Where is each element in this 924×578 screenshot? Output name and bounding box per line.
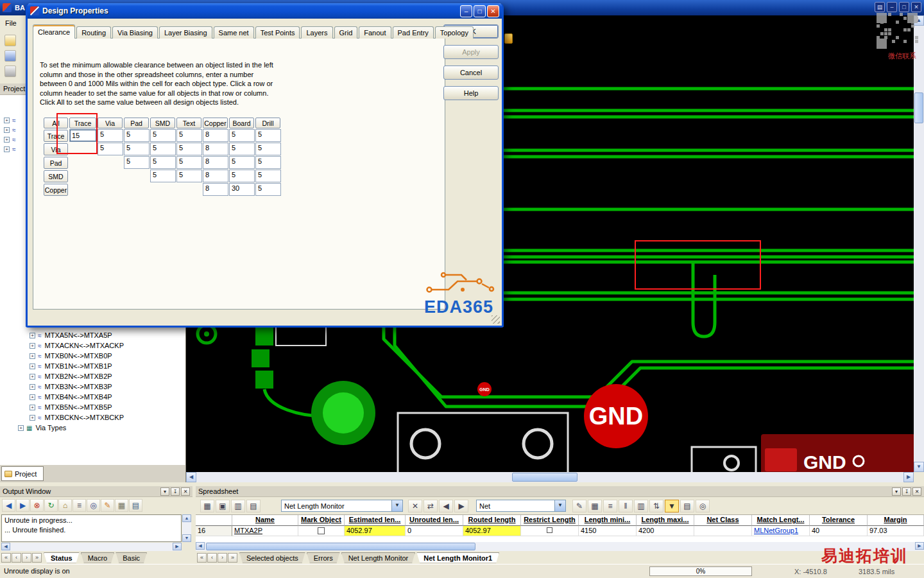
- monitor-combo[interactable]: Net Length Monitor ▼: [281, 500, 403, 512]
- output-horizontal-scrollbar[interactable]: ◀ ▶: [1, 543, 182, 551]
- sheet-icon[interactable]: ▦: [200, 500, 214, 512]
- scroll-left-icon[interactable]: ◀: [1, 543, 10, 550]
- expand-icon[interactable]: +: [30, 384, 35, 390]
- matrix-row-header-pad[interactable]: Pad: [44, 157, 68, 169]
- tree-item[interactable]: +≈MTXB5N<->MTXB5P: [0, 402, 186, 412]
- find-icon[interactable]: ◎: [87, 499, 100, 512]
- dialog-minimize-button[interactable]: –: [460, 5, 472, 17]
- scroll-right-icon[interactable]: ▶: [173, 543, 182, 550]
- output-text[interactable]: Unroute in progress...... Unroute finish…: [1, 514, 182, 542]
- expand-icon[interactable]: +: [30, 363, 35, 369]
- matrix-cell[interactable]: 5: [124, 129, 150, 142]
- home-icon[interactable]: ⌂: [58, 499, 72, 512]
- project-tab[interactable]: Project: [1, 466, 44, 481]
- matrix-cell[interactable]: 8: [203, 156, 228, 169]
- spreadsheet-pin-icon[interactable]: ↧: [902, 487, 911, 496]
- column-header-estimated-len-[interactable]: Estimated len...: [345, 515, 406, 526]
- dialog-tab-grid[interactable]: Grid: [334, 26, 358, 39]
- matrix-column-header-copper[interactable]: Copper: [203, 118, 228, 128]
- app-restore-button[interactable]: □: [899, 2, 909, 12]
- output-vertical-scrollbar[interactable]: ▲ ▼: [182, 514, 191, 542]
- matrix-cell[interactable]: 5: [229, 156, 255, 169]
- cell-row-index[interactable]: 16: [196, 526, 232, 536]
- spreadsheet-tab-selected-objects[interactable]: Selected objects: [239, 552, 305, 563]
- copy-icon[interactable]: ▥: [231, 500, 245, 512]
- print-icon[interactable]: ≡: [73, 499, 86, 512]
- output-tab-basic[interactable]: Basic: [116, 552, 147, 563]
- expand-icon[interactable]: +: [30, 405, 35, 410]
- spreadsheet-tab-net-length-monitor1[interactable]: Net Length Monitor1: [416, 552, 499, 563]
- matrix-cell[interactable]: 5: [255, 183, 281, 196]
- matrix-cell[interactable]: 5: [229, 143, 255, 155]
- dialog-close-button[interactable]: ✕: [487, 5, 499, 17]
- dialog-tab-same-net[interactable]: Same net: [214, 26, 254, 39]
- cancel-button[interactable]: Cancel: [443, 66, 499, 80]
- matrix-cell[interactable]: 30: [229, 183, 255, 196]
- dialog-tab-routing[interactable]: Routing: [76, 26, 111, 39]
- matrix-cell[interactable]: 5: [229, 129, 255, 142]
- spreadsheet-tab-errors[interactable]: Errors: [307, 552, 340, 563]
- expand-icon[interactable]: +: [4, 146, 10, 152]
- dialog-tab-topology[interactable]: Topology: [435, 26, 474, 39]
- matrix-row-header-copper[interactable]: Copper: [44, 184, 68, 196]
- spreadsheet-nav-prev-icon[interactable]: ‹: [207, 553, 217, 563]
- dialog-titlebar[interactable]: Design Properties –□✕: [28, 3, 502, 19]
- tree-node-stub[interactable]: +≈: [4, 125, 19, 135]
- dialog-tab-via-biasing[interactable]: Via Biasing: [112, 26, 158, 39]
- matrix-cell[interactable]: 5: [150, 156, 176, 169]
- output-menu-icon[interactable]: ▾: [160, 487, 169, 496]
- app-close-button[interactable]: ✕: [911, 2, 921, 12]
- expand-icon[interactable]: +: [30, 394, 35, 400]
- tree-item[interactable]: +≈MTXBCKN<->MTXBCKP: [0, 412, 186, 423]
- output-nav-next-icon[interactable]: ›: [22, 553, 31, 563]
- tree-item[interactable]: +≈MTXB3N<->MTXB3P: [0, 381, 186, 392]
- tree-node-stub[interactable]: +≈: [4, 144, 19, 154]
- output-window-header[interactable]: Output Window ▾↧✕: [0, 486, 193, 497]
- matrix-cell[interactable]: 5: [150, 143, 176, 155]
- matrix-cell[interactable]: 5: [176, 156, 202, 169]
- matrix-column-header-via[interactable]: Via: [98, 118, 123, 128]
- file-menu[interactable]: File: [5, 19, 17, 27]
- output-pin-icon[interactable]: ↧: [171, 487, 180, 496]
- matrix-cell[interactable]: 8: [203, 183, 228, 196]
- matrix-cell[interactable]: 8: [203, 170, 228, 182]
- output-nav-first-icon[interactable]: «: [1, 553, 11, 563]
- cell-restrict-length[interactable]: [521, 526, 579, 536]
- tree-item[interactable]: +≈MTXB1N<->MTXB1P: [0, 361, 186, 371]
- help-button[interactable]: Help: [443, 86, 499, 100]
- matrix-column-header-smd[interactable]: SMD: [150, 118, 175, 128]
- spreadsheet-horizontal-scrollbar[interactable]: ◀ ▶: [196, 542, 924, 551]
- matrix-column-header-text[interactable]: Text: [176, 118, 201, 128]
- app-minimize-button[interactable]: –: [887, 2, 897, 12]
- dialog-tab-fanout[interactable]: Fanout: [359, 26, 391, 39]
- expand-icon[interactable]: +: [30, 333, 35, 338]
- tree-item[interactable]: +≈MTXA5N<->MTXA5P: [0, 330, 186, 340]
- matrix-cell[interactable]: 5: [124, 143, 150, 155]
- expand-icon[interactable]: +: [4, 137, 10, 143]
- scroll-right-icon[interactable]: ▶: [915, 542, 924, 550]
- insert-row-icon[interactable]: ≡: [603, 500, 617, 512]
- cells-icon[interactable]: ▥: [634, 500, 648, 512]
- scroll-left-icon[interactable]: ◀: [186, 472, 196, 482]
- tree-item[interactable]: +≈MTXB2N<->MTXB2P: [0, 371, 186, 381]
- spreadsheet-nav-last-icon[interactable]: »: [228, 553, 237, 563]
- spreadsheet-tab-net-length-monitor[interactable]: Net Length Monitor: [341, 552, 416, 563]
- dialog-tab-test-points[interactable]: Test Points: [255, 26, 300, 39]
- spreadsheet-header[interactable]: Spreadsheet ▾↧✕: [196, 486, 924, 497]
- layers-icon[interactable]: ▤: [680, 500, 694, 512]
- matrix-cell[interactable]: 5: [255, 129, 281, 142]
- cell-length-maximum[interactable]: 4200: [637, 526, 694, 536]
- output-nav-prev-icon[interactable]: ‹: [12, 553, 21, 563]
- matrix-cell[interactable]: 5: [176, 170, 202, 182]
- filter-icon[interactable]: ▼: [665, 500, 679, 512]
- tree-node-stub[interactable]: +≈: [4, 116, 19, 125]
- cell-name[interactable]: MTXA2P: [232, 526, 298, 536]
- forward-icon[interactable]: ▶: [16, 499, 30, 512]
- matrix-column-header-pad[interactable]: Pad: [124, 118, 149, 128]
- column-header-length-mini-[interactable]: Length mini...: [579, 515, 637, 526]
- matrix-cell[interactable]: 5: [255, 170, 281, 182]
- column-header-tolerance[interactable]: Tolerance: [810, 515, 868, 526]
- expand-icon[interactable]: +: [30, 374, 35, 380]
- matrix-cell[interactable]: 5: [255, 156, 281, 169]
- app-panel-button[interactable]: ▤: [875, 2, 885, 12]
